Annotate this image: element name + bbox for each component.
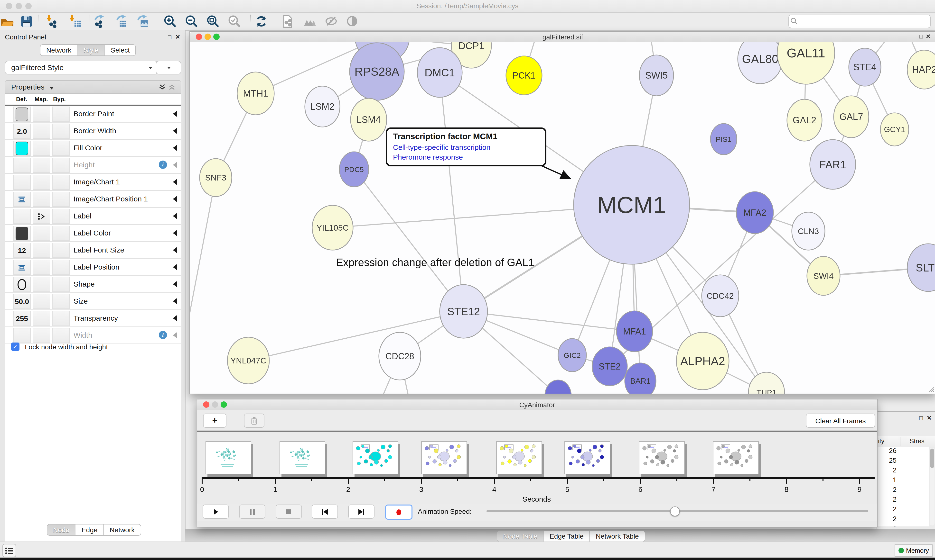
default-value-cell[interactable] (13, 158, 31, 173)
network-node-dmc1[interactable]: DMC1 (417, 48, 462, 97)
cyanimator-titlebar[interactable]: CyAnimator (197, 400, 877, 411)
property-row-label-color[interactable]: Label Color (5, 225, 181, 242)
hide-icon[interactable] (324, 15, 339, 28)
bypass-cell[interactable] (52, 226, 69, 241)
close-panel-icon[interactable]: ✕ (927, 414, 932, 422)
network-node-mcm1[interactable]: MCM1 (574, 146, 690, 264)
expand-all-icon[interactable] (158, 83, 166, 91)
mapping-cell[interactable] (32, 277, 50, 292)
property-row-label-position[interactable]: Label Position (5, 259, 181, 276)
refresh-icon[interactable] (254, 15, 269, 28)
animation-speed-slider[interactable] (486, 510, 868, 512)
open-session-icon[interactable] (0, 15, 15, 28)
bypass-cell[interactable] (52, 141, 69, 156)
network-node-snf3[interactable]: SNF3 (200, 158, 232, 197)
bypass-cell[interactable] (52, 123, 69, 138)
annotation-box[interactable]: Transcription factor MCM1 Cell-type-spec… (386, 128, 546, 166)
properties-header[interactable]: Properties (5, 81, 181, 94)
timeline-frame-2[interactable] (353, 441, 398, 474)
expand-row-icon[interactable] (173, 264, 177, 270)
annotation-link[interactable]: Pheromone response (393, 153, 539, 161)
network-canvas[interactable]: RPS28BDCP1RPS28ADMC1PCK1SWI5GAL80GAL11ST… (190, 42, 935, 394)
collapse-all-icon[interactable] (168, 83, 176, 91)
mapping-cell[interactable] (32, 243, 50, 258)
property-row-label-font-size[interactable]: 12Label Font Size (5, 242, 181, 259)
export-table-icon[interactable] (115, 15, 130, 28)
network-node-mfa1[interactable]: MFA1 (617, 311, 653, 352)
network-node-gal2[interactable]: GAL2 (787, 99, 822, 141)
bypass-cell[interactable] (52, 311, 69, 326)
stop-button[interactable] (276, 505, 302, 518)
network-node-pis1[interactable]: PIS1 (711, 123, 737, 155)
timeline-frame-6[interactable] (639, 441, 685, 474)
network-node-lsm2[interactable]: LSM2 (305, 86, 340, 127)
tab-select[interactable]: Select (105, 45, 136, 55)
expand-row-icon[interactable] (173, 213, 177, 219)
bypass-cell[interactable] (52, 106, 69, 122)
network-node-cdc42[interactable]: CDC42 (702, 275, 739, 317)
clear-all-frames-button[interactable]: Clear All Frames (806, 414, 875, 428)
default-value-cell[interactable] (13, 277, 31, 292)
network-node-ste12[interactable]: STE12 (440, 285, 488, 338)
network-node-gal11[interactable]: GAL11 (777, 42, 835, 84)
close-view-icon[interactable]: ✕ (926, 33, 930, 40)
style-selector-dropdown[interactable]: galFiltered Style (5, 61, 158, 74)
bypass-cell[interactable] (52, 294, 69, 309)
tab-network[interactable]: Network (40, 45, 78, 55)
default-value-cell[interactable]: 12 (13, 243, 31, 258)
default-value-cell[interactable]: 2.0 (13, 123, 31, 138)
table-tab-network-table[interactable]: Network Table (590, 531, 645, 542)
expand-row-icon[interactable] (173, 247, 177, 253)
mapping-cell[interactable] (32, 209, 50, 224)
export-image-icon[interactable] (136, 15, 150, 28)
timeline-frame-0[interactable] (205, 441, 251, 474)
default-value-cell[interactable] (13, 192, 31, 207)
results-scrollbar[interactable] (930, 448, 935, 525)
network-node-gal80[interactable]: GAL80 (738, 42, 782, 84)
default-value-cell[interactable] (13, 175, 31, 190)
mapping-cell[interactable] (32, 192, 50, 207)
float-panel-icon[interactable]: □ (920, 414, 923, 422)
import-table-icon[interactable] (68, 15, 83, 28)
delete-frame-button[interactable] (244, 414, 264, 428)
bypass-cell[interactable] (52, 158, 69, 173)
float-view-icon[interactable]: □ (920, 33, 923, 40)
style-tab-node[interactable]: Node (47, 525, 76, 535)
network-node-fus1[interactable] (545, 380, 571, 394)
skip-start-button[interactable] (312, 505, 338, 518)
network-node-cln3[interactable]: CLN3 (792, 212, 825, 250)
zoom-in-icon[interactable] (163, 15, 178, 28)
expand-row-icon[interactable] (173, 281, 177, 287)
bypass-cell[interactable] (52, 260, 69, 275)
network-window-titlebar[interactable]: galFiltered.sif □ ✕ (190, 32, 935, 43)
network-node-gic2[interactable]: GIC2 (558, 338, 586, 372)
mapping-cell[interactable] (32, 294, 50, 309)
timeline-frame-1[interactable] (279, 441, 325, 474)
copy-network-icon[interactable] (281, 15, 295, 28)
property-row-image-chart-position-1[interactable]: Image/Chart Position 1 (5, 191, 181, 208)
pause-button[interactable] (239, 505, 265, 518)
zoom-selected-icon[interactable] (227, 15, 242, 28)
expand-row-icon[interactable] (173, 298, 177, 304)
mapping-cell[interactable] (32, 141, 50, 156)
property-row-shape[interactable]: Shape (5, 276, 181, 293)
resize-grip[interactable] (927, 385, 935, 392)
bypass-cell[interactable] (52, 175, 69, 190)
style-options-button[interactable] (156, 61, 181, 74)
network-node-swi4[interactable]: SWI4 (807, 256, 840, 295)
timeline-frame-5[interactable] (565, 441, 610, 474)
mapping-cell[interactable] (32, 123, 50, 138)
add-frame-button[interactable]: + (203, 414, 227, 428)
network-node-cdc28[interactable]: CDC28 (379, 332, 421, 380)
task-history-button[interactable] (2, 544, 16, 557)
property-row-fill-color[interactable]: Fill Color (5, 140, 181, 157)
expand-row-icon[interactable] (173, 111, 177, 117)
network-node-bar1[interactable]: BAR1 (625, 363, 656, 394)
play-button[interactable] (202, 505, 229, 518)
record-button[interactable] (385, 505, 412, 520)
default-value-cell[interactable] (13, 141, 31, 156)
default-value-cell[interactable]: 50.0 (13, 294, 31, 309)
network-node-ste2[interactable]: STE2 (592, 347, 627, 386)
property-row-image-chart-1[interactable]: Image/Chart 1 (5, 174, 181, 191)
expand-row-icon[interactable] (173, 315, 177, 321)
